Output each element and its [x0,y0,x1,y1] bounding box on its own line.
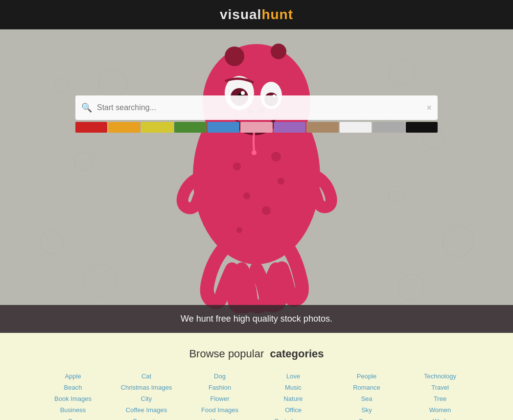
category-link-romance[interactable]: Romance [353,384,380,391]
categories-section: Browse popular categories AppleBeachBook… [0,333,513,420]
color-swatches [75,122,438,133]
bubble-2 [73,152,93,171]
color-swatch-white[interactable] [340,122,372,133]
color-swatch-blue[interactable] [208,122,239,133]
color-swatch-pink[interactable] [240,122,272,133]
svg-point-10 [241,91,245,95]
category-link-coffee-images[interactable]: Coffee Images [126,406,167,414]
category-link-work[interactable]: Work [433,418,447,420]
search-input[interactable] [97,103,426,112]
category-link-love[interactable]: Love [286,373,300,380]
category-link-sky[interactable]: Sky [361,406,372,414]
category-link-computer[interactable]: Computer [132,418,160,420]
bubble-9 [398,274,425,301]
bubble-8 [442,225,474,257]
category-link-party-images[interactable]: Party Images [275,418,312,420]
category-link-christmas-images[interactable]: Christmas Images [121,384,172,391]
category-column-1: CatChristmas ImagesCityCoffee ImagesComp… [110,373,183,420]
svg-point-20 [262,206,271,215]
category-link-food-images[interactable]: Food Images [201,406,238,414]
categories-title: Browse popular categories [10,348,503,360]
monster-illustration [159,29,354,333]
category-link-happy[interactable]: Happy [210,418,229,420]
color-swatch-green[interactable] [174,122,206,133]
color-swatch-red[interactable] [75,122,107,133]
search-icon: 🔍 [81,102,92,113]
svg-point-21 [236,227,242,233]
category-link-fashion[interactable]: Fashion [209,384,231,391]
category-link-travel[interactable]: Travel [431,384,449,391]
bubble-10 [388,186,405,203]
category-column-4: PeopleRomanceSeaSkySnow [330,373,403,420]
category-link-business[interactable]: Business [60,406,86,414]
color-swatch-yellow[interactable] [141,122,173,133]
category-link-tree[interactable]: Tree [434,395,446,402]
svg-point-22 [278,178,284,185]
tagline-bar: We hunt free high quality stock photos. [0,305,513,333]
search-area: 🔍 × [75,95,438,133]
bubble-6 [388,59,415,86]
svg-point-2 [225,47,244,66]
category-link-office[interactable]: Office [285,406,302,414]
site-logo[interactable]: visualhunt [220,7,293,23]
category-link-people[interactable]: People [357,373,376,380]
tagline-text: We hunt free high quality stock photos. [181,314,332,324]
svg-point-18 [271,152,281,162]
category-column-0: AppleBeachBook ImagesBusinessCar [36,373,110,420]
color-swatch-purple[interactable] [274,122,305,133]
svg-point-16 [252,150,256,155]
color-swatch-brown[interactable] [306,122,338,133]
color-swatch-black[interactable] [406,122,438,133]
svg-point-3 [271,44,286,59]
category-link-cat[interactable]: Cat [141,373,151,380]
bubble-5 [54,78,69,93]
logo-hunt-text: hunt [261,7,293,22]
category-link-technology[interactable]: Technology [424,373,456,380]
category-link-women[interactable]: Women [429,406,451,414]
category-link-nature[interactable]: Nature [283,395,303,402]
category-link-sea[interactable]: Sea [361,395,372,402]
bubble-4 [83,264,117,299]
category-link-beach[interactable]: Beach [64,384,82,391]
clear-button[interactable]: × [426,103,432,113]
categories-title-bold: categories [270,348,324,360]
category-link-car[interactable]: Car [68,418,78,420]
category-column-5: TechnologyTravelTreeWomenWork [403,373,477,420]
category-link-snow[interactable]: Snow [359,418,375,420]
hero-section: 🔍 × We hunt free high quality stock phot… [0,29,513,333]
header: visualhunt [0,0,513,29]
svg-point-17 [233,163,241,170]
search-box: 🔍 × [75,95,438,120]
svg-point-19 [243,192,250,199]
category-link-dog[interactable]: Dog [214,373,226,380]
category-link-music[interactable]: Music [285,384,302,391]
category-link-apple[interactable]: Apple [65,373,81,380]
category-column-3: LoveMusicNatureOfficeParty Images [256,373,330,420]
categories-title-plain: Browse popular [189,348,264,360]
category-column-2: DogFashionFlowerFood ImagesHappy [183,373,256,420]
color-swatch-orange[interactable] [108,122,140,133]
category-link-book-images[interactable]: Book Images [54,395,92,402]
bubble-1 [98,69,127,98]
logo-visual-text: visual [220,7,261,22]
bubble-3 [39,230,64,255]
color-swatch-gray[interactable] [373,122,404,133]
category-link-city[interactable]: City [141,395,152,402]
category-link-flower[interactable]: Flower [210,395,229,402]
categories-grid: AppleBeachBook ImagesBusinessCarCatChris… [36,373,477,420]
